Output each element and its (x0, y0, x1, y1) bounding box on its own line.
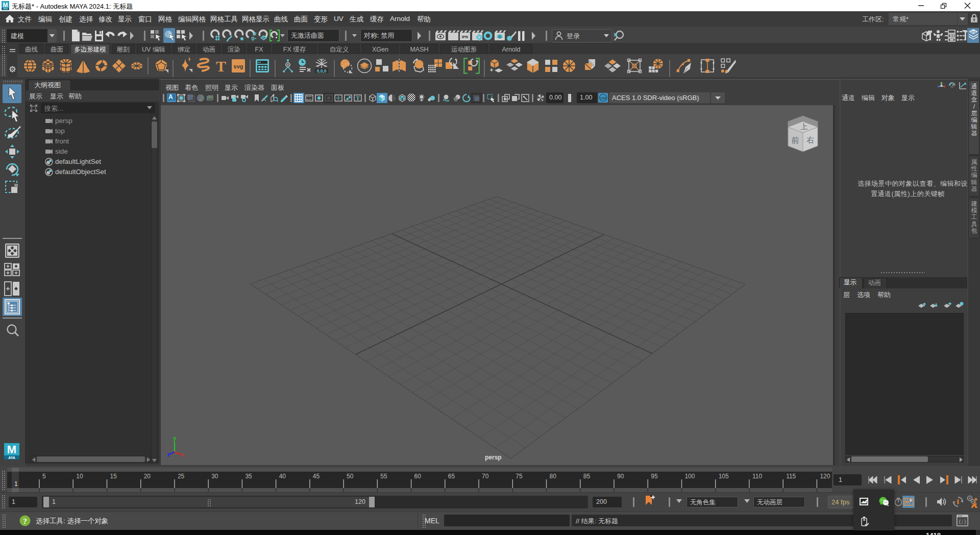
svg-text:?: ? (23, 517, 27, 525)
svg-text:{;}: {;} (958, 520, 966, 525)
